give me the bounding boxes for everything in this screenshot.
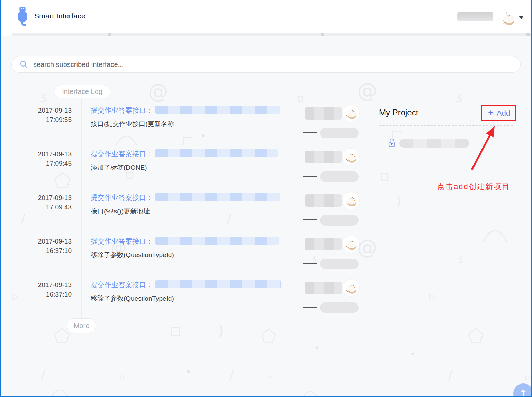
redacted-interface-path (155, 237, 279, 245)
redacted-interface-path (155, 280, 281, 288)
decor-arc (482, 226, 508, 242)
log-description: 接口(提交作业接口)更新名称 (91, 120, 174, 129)
redacted-project-name (399, 139, 469, 148)
log-description: 接口(%!s())更新地址 (91, 207, 150, 216)
redacted-project-name (320, 215, 359, 226)
log-entry: 2017-09-1316:37:10 提交作业答案接口： 移除了参数(Quest… (0, 280, 367, 323)
log-description: 移除了参数(QuestionTypeId) (91, 294, 174, 303)
decor-dot (187, 370, 190, 373)
log-entry: 2017-09-1317:09:55 提交作业答案接口： 接口(提交作业接口)更… (0, 105, 367, 149)
interface-log-label: Interface Log (62, 88, 102, 96)
add-label: Add (497, 109, 510, 118)
redacted-project-name (320, 259, 359, 269)
strip-tick (108, 33, 111, 36)
interface-log-badge: Interface Log (54, 85, 110, 98)
app-title: Smart Interface (34, 12, 85, 20)
log-entry: 2017-09-1317:09:45 提交作业答案接口： 添加了标签(DONE) (0, 149, 367, 192)
interface-link[interactable]: 提交作业答案接口： (91, 280, 281, 290)
lock-icon (388, 137, 396, 148)
decor-pentagon (54, 328, 70, 344)
redacted-project-name (320, 128, 359, 138)
decor-paren: ) (396, 194, 401, 208)
user-avatar-icon[interactable] (343, 280, 359, 296)
interface-link[interactable]: 提交作业答案接口： (91, 237, 279, 246)
user-avatar-icon[interactable] (343, 192, 359, 209)
decor-paren: ) (218, 323, 224, 339)
chevron-down-icon (519, 16, 524, 19)
user-name-redacted (457, 12, 493, 21)
app-header: Smart Interface (1, 0, 531, 36)
redacted-user-name (305, 194, 342, 207)
usb-logo-icon (15, 6, 30, 28)
decor-zigzag: ʒ (40, 89, 46, 103)
decor-spiral: @ (357, 79, 377, 103)
decor-zigzag: ʒ (456, 89, 462, 103)
entry-timestamp: 2017-09-1317:09:55 (13, 106, 72, 124)
decor-dot (411, 353, 414, 355)
annotation-text: 点击add创建新项目 (437, 182, 510, 192)
search-bar (11, 56, 521, 73)
decor-square (171, 327, 180, 336)
add-project-button[interactable]: + Add (484, 107, 514, 119)
redacted-user-name (305, 151, 342, 163)
log-description: 移除了参数(QuestionTypeId) (91, 250, 174, 259)
user-avatar-icon[interactable] (343, 105, 359, 122)
more-button[interactable]: More (67, 318, 96, 333)
log-entry: 2017-09-1317:09:43 提交作业答案接口： 接口(%!s())更新… (0, 192, 367, 236)
project-dash (303, 219, 317, 220)
project-dash (303, 132, 317, 133)
search-input[interactable] (33, 61, 483, 69)
decor-zigzag: ʒ (458, 252, 463, 264)
divider-strip (12, 33, 531, 36)
entry-timestamp: 2017-09-1316:37:10 (13, 280, 72, 299)
plus-icon: + (488, 108, 494, 117)
decor-arc (46, 386, 73, 397)
redacted-project-name (320, 302, 359, 313)
redacted-project-name (320, 171, 359, 182)
log-description: 添加了标签(DONE) (91, 163, 147, 172)
decor-dot (316, 346, 318, 349)
decor-triangle: ▷ (268, 373, 274, 382)
strip-tick (321, 33, 324, 36)
strip-tick (526, 33, 530, 36)
entry-timestamp: 2017-09-1317:09:43 (13, 193, 72, 212)
decor-pentagon (261, 328, 276, 343)
entry-timestamp: 2017-09-1317:09:45 (13, 149, 72, 168)
page-border-left (0, 0, 1, 397)
project-dash (303, 176, 317, 177)
decor-slash: / (229, 368, 234, 382)
redacted-interface-path (155, 193, 280, 201)
interface-link[interactable]: 提交作业答案接口： (91, 106, 280, 115)
entry-timestamp: 2017-09-1316:37:10 (13, 237, 72, 255)
decor-triangle: ▷ (120, 372, 127, 382)
decor-square (381, 173, 388, 181)
panel-separator (368, 83, 368, 316)
decor-slash: / (41, 368, 45, 382)
my-project-title: My Project (379, 108, 418, 117)
project-dash (303, 263, 317, 264)
decor-triangle: ▷ (429, 292, 435, 301)
log-entry: 2017-09-1316:37:10 提交作业答案接口： 移除了参数(Quest… (0, 236, 367, 280)
project-item[interactable] (387, 136, 477, 149)
interface-link[interactable]: 提交作业答案接口： (91, 193, 280, 202)
more-label: More (74, 322, 90, 330)
decor-square (298, 96, 303, 102)
redacted-user-name (305, 282, 342, 294)
redacted-interface-path (155, 106, 280, 114)
page: ʒ ʒ ʒ ʒ @ @ @ @ / / / / / ▷ ▷ ▷ ▷ ▷ ) ) (0, 0, 532, 397)
search-icon (19, 60, 28, 69)
redacted-user-name (305, 107, 342, 120)
user-avatar-icon[interactable] (343, 149, 359, 165)
user-menu[interactable] (454, 7, 525, 29)
interface-link[interactable]: 提交作业答案接口： (91, 149, 278, 159)
user-avatar-icon[interactable] (343, 236, 359, 253)
decor-pentagon (468, 328, 484, 343)
redacted-user-name (305, 238, 342, 250)
user-avatar-icon (499, 9, 517, 28)
decor-spiral: @ (148, 80, 168, 103)
redacted-interface-path (155, 149, 278, 157)
scroll-to-top-button[interactable]: ↑ (513, 383, 532, 397)
decor-triangle: ▷ (525, 373, 531, 381)
decor-slash: / (448, 368, 452, 382)
annotation-arrow (466, 124, 500, 173)
